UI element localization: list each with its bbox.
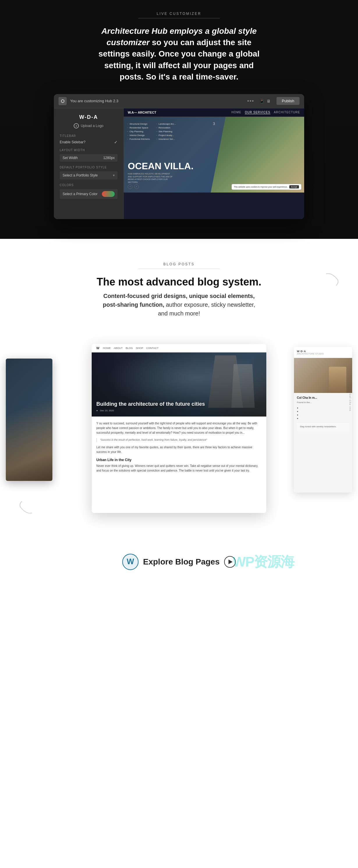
dot1 (248, 100, 249, 102)
service-residential: Residential Space (127, 126, 150, 129)
plus-icon: + (74, 123, 79, 128)
set-width-row: Set Width 1280px (60, 154, 118, 162)
hero-sub: HUB EMBRACES HOLISTIC DEVELOPMENT AND SU… (128, 173, 174, 184)
hub-logo-icon: ⬡ (59, 97, 67, 105)
customizer-topbar: ⬡ You are customizing Hub 2.3 📱 🖥 Publis… (54, 94, 304, 108)
right-link-2: ● (297, 410, 349, 413)
device-icons: 📱 🖥 (259, 99, 271, 103)
col-che-inn-label: Col Che Inn (349, 394, 352, 411)
blog-headline: The most advanced blog system. (97, 276, 261, 288)
preview-hero-text: OCEAN VILLA. HUB EMBRACES HOLISTIC DEVEL… (128, 161, 194, 184)
right-header: W·D·A ARCHITECTURE STUDIO (294, 347, 352, 358)
blog-hero-meta: ● Dec 10, 2020 (96, 409, 205, 412)
portfolio-style-dropdown[interactable]: Select a Portfolio Style ▾ (60, 171, 118, 179)
customizer-title: You are customizing Hub 2.3 (70, 99, 244, 103)
preview-hero-image (211, 117, 304, 192)
wordpress-logo-icon: W (122, 554, 138, 570)
preview-services-menu: Structural Design Residential Space City… (127, 123, 176, 141)
service-insurance: Insurance Ser... (156, 138, 176, 141)
svg-text:W: W (127, 557, 134, 566)
colors-section-label: Colors (60, 184, 118, 187)
prev-arrow[interactable]: ‹ (128, 184, 132, 189)
blog-nav-about: ABOUT (113, 347, 123, 349)
service-interior: Interior Design (127, 134, 150, 136)
blog-section: BLOG POSTS The most advanced blog system… (0, 239, 358, 539)
section-label-customizer: LIVE CUSTOMIZER (138, 12, 220, 18)
section-label-blog: BLOG POSTS (138, 262, 220, 269)
blog-quote: "Success is the result of perfection, ha… (96, 438, 262, 442)
dropdown-arrow-icon: ▾ (113, 173, 115, 177)
blog-nav-shop: SHOP (136, 347, 143, 349)
author-avatar: ● (96, 409, 98, 412)
customizer-section: LIVE CUSTOMIZER Architecture Hub employs… (0, 0, 358, 239)
enable-sidebar-row: Enable Sidebar? ✓ (60, 140, 118, 145)
upload-logo-label: Upload a Logo (80, 124, 103, 128)
blog-hero-text: Building the architecture of the future … (92, 396, 209, 416)
preview-number-badge: 3 (213, 121, 215, 126)
blog-center-screenshot: W HOME ABOUT BLOG SHOP CONTACT Bui (92, 344, 266, 513)
service-site-planning: Site Planning (156, 130, 176, 133)
newsletter-text: Stay tuned with weekly newsletters. (300, 425, 346, 428)
post-date: Dec 10, 2020 (100, 409, 114, 412)
mobile-icon[interactable]: 📱 (259, 99, 264, 103)
services-col-2: Landscape Arc... Renovation Site Plannin… (156, 123, 176, 141)
blog-content-para3: Never ever think of giving up. Winners n… (96, 464, 262, 473)
preview-nav: W.A— ARCHITECT HOME OUR SERVICES ARCHITE… (124, 108, 304, 117)
select-portfolio-label: Select a Portfolio Style (63, 173, 98, 177)
customizer-left-panel: W-D-A + Upload a Logo Titlebar Enable Si… (54, 108, 124, 219)
deco-curve-right-icon (323, 271, 340, 288)
blog-center-hero: Building the architecture of the future … (92, 352, 266, 416)
service-landscape: Landscape Arc... (156, 123, 176, 125)
hero-title: OCEAN VILLA. (128, 161, 194, 171)
accept-button[interactable]: Accept (289, 185, 299, 188)
set-width-value: 1280px (103, 156, 115, 160)
titlebar-section-label: Titlebar (60, 134, 118, 137)
service-renovation: Renovation (156, 126, 176, 129)
right-link-3: ● (297, 413, 349, 416)
cookie-notice: This website uses cookies to improve you… (232, 184, 301, 190)
upload-logo-btn[interactable]: + Upload a Logo (60, 123, 118, 128)
blog-right-screenshot: W·D·A ARCHITECTURE STUDIO Col Cha In m..… (294, 347, 352, 493)
blog-screenshots: W HOME ABOUT BLOG SHOP CONTACT Bui (6, 335, 352, 522)
service-kitchens: Functional Kitchens (127, 138, 150, 141)
nav-services: OUR SERVICES (245, 111, 270, 114)
blog-content-heading: Urban Life in the City (96, 458, 262, 462)
next-arrow[interactable]: › (134, 184, 139, 189)
dots-menu[interactable] (248, 100, 254, 102)
explore-label: Explore Blog Pages (143, 557, 220, 566)
right-newsletter: Stay tuned with weekly newsletters. (297, 423, 349, 431)
customizer-preview: W.A— ARCHITECT HOME OUR SERVICES ARCHITE… (124, 108, 304, 219)
blog-content-para2: Let me share with you one of my favorite… (96, 445, 262, 455)
right-links: ● ● ● ● (297, 407, 349, 420)
right-body-text: Found in the... (297, 401, 349, 404)
dot3 (252, 100, 254, 102)
explore-inner: W Explore Blog Pages WP资源海 (122, 554, 236, 570)
site-name: W-D-A (60, 114, 118, 120)
set-width-label: Set Width (63, 156, 78, 160)
blog-logo: W (96, 346, 99, 350)
service-structural: Structural Design (127, 123, 150, 125)
desktop-icon[interactable]: 🖥 (267, 99, 271, 103)
blog-hero-title: Building the architecture of the future … (96, 401, 205, 407)
blog-section-inner: BLOG POSTS The most advanced blog system… (6, 262, 352, 522)
service-project: Project Analy... (156, 134, 176, 136)
service-city: City Planning (127, 130, 150, 133)
publish-button[interactable]: Publish (276, 97, 299, 105)
customizer-body: W-D-A + Upload a Logo Titlebar Enable Si… (54, 108, 304, 219)
preview-hero: 3 Structural Design Residential Space Ci… (124, 117, 304, 192)
dot2 (250, 100, 251, 102)
blog-sub-rest: author exposure, sticky newsletter, and … (158, 302, 255, 317)
blog-subtext: Content-focused grid designs, unique soc… (98, 291, 260, 318)
nav-home: HOME (231, 111, 241, 114)
right-link-4: ● (297, 417, 349, 420)
right-logo-sub: ARCHITECTURE STUDIO (297, 353, 349, 355)
blog-left-screenshot (6, 359, 53, 481)
portfolio-style-section-label: Default Portfolio Style (60, 166, 118, 169)
color-swatch[interactable] (102, 191, 115, 197)
preview-arrow-buttons: ‹ › (128, 184, 139, 189)
blog-nav-home: HOME (103, 347, 110, 349)
blog-center-content: Y ou want to succeed, surround yourself … (92, 416, 266, 480)
preview-logo: W.A— ARCHITECT (128, 111, 156, 114)
blog-nav-links: HOME ABOUT BLOG SHOP CONTACT (103, 347, 158, 349)
enable-sidebar-label: Enable Sidebar? (60, 140, 86, 144)
